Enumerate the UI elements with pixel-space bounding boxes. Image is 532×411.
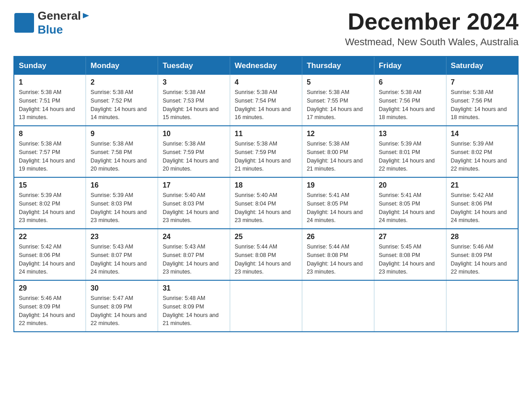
day-number: 8 (19, 130, 81, 138)
day-number: 24 (163, 233, 225, 241)
calendar-cell: 8Sunrise: 5:38 AMSunset: 7:57 PMDaylight… (14, 126, 86, 177)
day-info: Sunrise: 5:45 AMSunset: 8:08 PMDaylight:… (379, 243, 442, 276)
day-number: 3 (163, 78, 225, 86)
calendar-cell: 2Sunrise: 5:38 AMSunset: 7:52 PMDaylight… (86, 75, 158, 126)
day-number: 26 (307, 233, 369, 241)
day-info: Sunrise: 5:38 AMSunset: 7:58 PMDaylight:… (90, 140, 153, 173)
calendar-cell: 12Sunrise: 5:38 AMSunset: 8:00 PMDayligh… (302, 126, 374, 177)
day-number: 10 (163, 130, 225, 138)
day-number: 25 (235, 233, 297, 241)
calendar-cell: 29Sunrise: 5:46 AMSunset: 8:09 PMDayligh… (14, 280, 86, 332)
calendar-cell: 13Sunrise: 5:39 AMSunset: 8:01 PMDayligh… (374, 126, 446, 177)
calendar-cell: 14Sunrise: 5:39 AMSunset: 8:02 PMDayligh… (446, 126, 518, 177)
calendar-cell: 20Sunrise: 5:41 AMSunset: 8:05 PMDayligh… (374, 177, 446, 229)
calendar-cell: 16Sunrise: 5:39 AMSunset: 8:03 PMDayligh… (86, 177, 158, 229)
day-info: Sunrise: 5:38 AMSunset: 8:00 PMDaylight:… (307, 140, 369, 173)
calendar-cell: 19Sunrise: 5:41 AMSunset: 8:05 PMDayligh… (302, 177, 374, 229)
weekday-header-sunday: Sunday (14, 56, 86, 75)
day-info: Sunrise: 5:38 AMSunset: 7:57 PMDaylight:… (19, 140, 81, 173)
calendar-cell (230, 280, 302, 332)
day-number: 30 (90, 284, 153, 292)
day-number: 27 (379, 233, 442, 241)
calendar-cell: 17Sunrise: 5:40 AMSunset: 8:03 PMDayligh… (158, 177, 230, 229)
logo-general: General (38, 9, 81, 23)
logo-blue: Blue (38, 23, 63, 36)
day-info: Sunrise: 5:44 AMSunset: 8:08 PMDaylight:… (235, 243, 297, 276)
day-info: Sunrise: 5:38 AMSunset: 7:59 PMDaylight:… (235, 140, 297, 173)
weekday-header-wednesday: Wednesday (230, 56, 302, 75)
logo: General Blue (13, 9, 90, 37)
day-number: 6 (379, 78, 442, 86)
week-row-1: 1Sunrise: 5:38 AMSunset: 7:51 PMDaylight… (14, 75, 518, 126)
day-number: 19 (307, 181, 369, 189)
day-info: Sunrise: 5:38 AMSunset: 7:52 PMDaylight:… (90, 88, 153, 122)
day-info: Sunrise: 5:39 AMSunset: 8:02 PMDaylight:… (451, 140, 513, 173)
day-info: Sunrise: 5:42 AMSunset: 8:06 PMDaylight:… (19, 243, 81, 276)
weekday-header-friday: Friday (374, 56, 446, 75)
day-info: Sunrise: 5:38 AMSunset: 7:56 PMDaylight:… (379, 88, 442, 122)
day-info: Sunrise: 5:46 AMSunset: 8:09 PMDaylight:… (451, 243, 513, 276)
calendar-cell: 7Sunrise: 5:38 AMSunset: 7:56 PMDaylight… (446, 75, 518, 126)
calendar-cell (446, 280, 518, 332)
calendar-cell: 18Sunrise: 5:40 AMSunset: 8:04 PMDayligh… (230, 177, 302, 229)
calendar-cell: 27Sunrise: 5:45 AMSunset: 8:08 PMDayligh… (374, 229, 446, 280)
day-number: 17 (163, 181, 225, 189)
day-info: Sunrise: 5:38 AMSunset: 7:54 PMDaylight:… (235, 88, 297, 122)
calendar-cell: 11Sunrise: 5:38 AMSunset: 7:59 PMDayligh… (230, 126, 302, 177)
day-number: 11 (235, 130, 297, 138)
day-number: 21 (451, 181, 513, 189)
day-number: 31 (163, 284, 225, 292)
calendar-cell: 10Sunrise: 5:38 AMSunset: 7:59 PMDayligh… (158, 126, 230, 177)
weekday-header-thursday: Thursday (302, 56, 374, 75)
day-info: Sunrise: 5:40 AMSunset: 8:04 PMDaylight:… (235, 191, 297, 225)
day-info: Sunrise: 5:41 AMSunset: 8:05 PMDaylight:… (379, 191, 442, 225)
day-info: Sunrise: 5:39 AMSunset: 8:03 PMDaylight:… (90, 191, 153, 225)
calendar-cell: 22Sunrise: 5:42 AMSunset: 8:06 PMDayligh… (14, 229, 86, 280)
day-info: Sunrise: 5:38 AMSunset: 7:59 PMDaylight:… (163, 140, 225, 173)
page-header: General Blue December 2024 Westmead, New… (13, 9, 519, 48)
day-number: 18 (235, 181, 297, 189)
title-section: December 2024 Westmead, New South Wales,… (345, 9, 519, 48)
svg-marker-4 (83, 13, 89, 18)
calendar-table: SundayMondayTuesdayWednesdayThursdayFrid… (13, 56, 519, 332)
day-number: 4 (235, 78, 297, 86)
day-info: Sunrise: 5:41 AMSunset: 8:05 PMDaylight:… (307, 191, 369, 225)
calendar-cell: 24Sunrise: 5:43 AMSunset: 8:07 PMDayligh… (158, 229, 230, 280)
day-info: Sunrise: 5:38 AMSunset: 7:56 PMDaylight:… (451, 88, 513, 122)
month-title: December 2024 (345, 9, 519, 34)
weekday-header-monday: Monday (86, 56, 158, 75)
weekday-header-saturday: Saturday (446, 56, 518, 75)
calendar-cell: 15Sunrise: 5:39 AMSunset: 8:02 PMDayligh… (14, 177, 86, 229)
calendar-cell (302, 280, 374, 332)
day-number: 2 (90, 78, 153, 86)
calendar-cell: 31Sunrise: 5:48 AMSunset: 8:09 PMDayligh… (158, 280, 230, 332)
calendar-cell: 21Sunrise: 5:42 AMSunset: 8:06 PMDayligh… (446, 177, 518, 229)
day-number: 28 (451, 233, 513, 241)
day-info: Sunrise: 5:38 AMSunset: 7:53 PMDaylight:… (163, 88, 225, 122)
calendar-cell: 5Sunrise: 5:38 AMSunset: 7:55 PMDaylight… (302, 75, 374, 126)
day-info: Sunrise: 5:43 AMSunset: 8:07 PMDaylight:… (163, 243, 225, 276)
day-info: Sunrise: 5:47 AMSunset: 8:09 PMDaylight:… (90, 294, 153, 328)
day-number: 16 (90, 181, 153, 189)
day-number: 14 (451, 130, 513, 138)
day-number: 23 (90, 233, 153, 241)
weekday-header-row: SundayMondayTuesdayWednesdayThursdayFrid… (14, 56, 518, 75)
week-row-3: 15Sunrise: 5:39 AMSunset: 8:02 PMDayligh… (14, 177, 518, 229)
calendar-cell: 9Sunrise: 5:38 AMSunset: 7:58 PMDaylight… (86, 126, 158, 177)
day-number: 5 (307, 78, 369, 86)
location-subtitle: Westmead, New South Wales, Australia (345, 36, 519, 48)
day-info: Sunrise: 5:39 AMSunset: 8:02 PMDaylight:… (19, 191, 81, 225)
weekday-header-tuesday: Tuesday (158, 56, 230, 75)
calendar-cell: 3Sunrise: 5:38 AMSunset: 7:53 PMDaylight… (158, 75, 230, 126)
day-number: 7 (451, 78, 513, 86)
day-number: 15 (19, 181, 81, 189)
day-number: 12 (307, 130, 369, 138)
week-row-4: 22Sunrise: 5:42 AMSunset: 8:06 PMDayligh… (14, 229, 518, 280)
day-info: Sunrise: 5:46 AMSunset: 8:09 PMDaylight:… (19, 294, 81, 328)
calendar-cell: 1Sunrise: 5:38 AMSunset: 7:51 PMDaylight… (14, 75, 86, 126)
day-number: 29 (19, 284, 81, 292)
day-info: Sunrise: 5:42 AMSunset: 8:06 PMDaylight:… (451, 191, 513, 225)
logo-arrow-shape (82, 12, 90, 21)
day-number: 20 (379, 181, 442, 189)
day-info: Sunrise: 5:43 AMSunset: 8:07 PMDaylight:… (90, 243, 153, 276)
